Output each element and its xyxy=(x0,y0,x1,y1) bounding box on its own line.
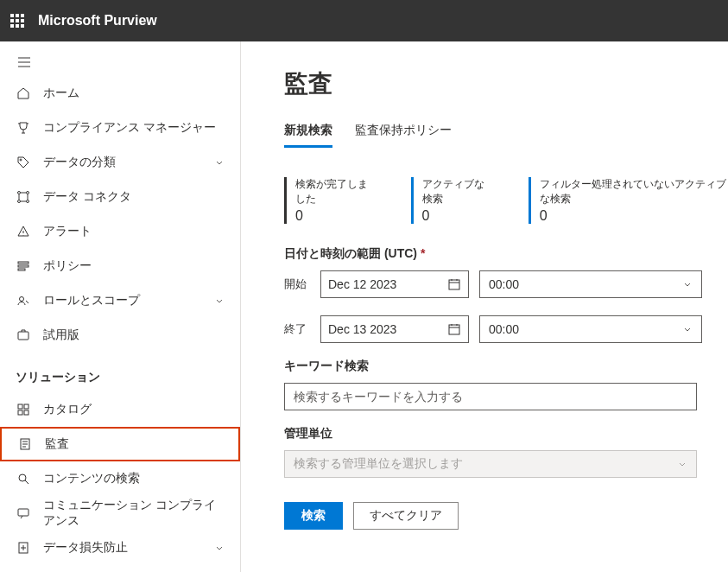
sidebar-item-label: 監査 xyxy=(45,436,223,452)
sidebar-item-data-connectors[interactable]: データ コネクタ xyxy=(0,180,240,214)
sidebar-item-label: コンテンツの検索 xyxy=(43,471,225,486)
home-icon xyxy=(16,86,31,101)
sidebar-item-label: アラート xyxy=(43,224,225,239)
tab-retention-policies[interactable]: 監査保持ポリシー xyxy=(355,123,452,148)
sidebar-item-compliance-manager[interactable]: コンプライアンス マネージャー xyxy=(0,111,240,145)
end-time-input[interactable]: 00:00 xyxy=(479,315,702,343)
chevron-down-icon xyxy=(214,543,225,553)
stat-label: 検索が完了しました xyxy=(295,177,377,207)
start-time-input[interactable]: 00:00 xyxy=(479,270,702,298)
chevron-down-icon xyxy=(682,324,693,334)
svg-point-2 xyxy=(27,192,29,194)
sidebar-item-label: コミュニケーション コンプライアンス xyxy=(43,498,225,529)
audit-icon xyxy=(17,436,33,452)
daterange-label: 日付と時刻の範囲 (UTC) * xyxy=(284,246,728,262)
svg-rect-19 xyxy=(449,325,459,334)
roles-icon xyxy=(16,293,31,308)
trophy-icon xyxy=(16,120,31,136)
svg-point-8 xyxy=(20,297,24,302)
tabs: 新規検索 監査保持ポリシー xyxy=(284,123,728,148)
start-label: 開始 xyxy=(284,276,310,292)
svg-point-15 xyxy=(19,474,26,481)
sidebar-item-label: ポリシー xyxy=(43,258,225,274)
sidebar-item-roles-scopes[interactable]: ロールとスコープ xyxy=(0,283,240,318)
sidebar-item-alerts[interactable]: アラート xyxy=(0,214,240,249)
svg-rect-7 xyxy=(18,269,25,270)
connector-icon xyxy=(16,189,31,205)
admin-unit-label: 管理単位 xyxy=(284,426,728,442)
end-date-value: Dec 13 2023 xyxy=(328,322,396,336)
clear-all-button[interactable]: すべてクリア xyxy=(353,502,459,530)
sidebar-item-label: データ損失防止 xyxy=(43,540,214,556)
chevron-down-icon xyxy=(682,279,693,289)
stat-value: 0 xyxy=(295,208,377,224)
start-date-input[interactable]: Dec 12 2023 xyxy=(320,270,469,298)
chevron-down-icon xyxy=(214,157,225,168)
end-time-value: 00:00 xyxy=(489,322,519,336)
stat-value: 0 xyxy=(540,208,728,224)
svg-point-0 xyxy=(20,159,22,161)
alert-icon xyxy=(16,224,31,239)
policy-icon xyxy=(16,258,31,274)
sidebar-item-label: ホーム xyxy=(43,86,225,101)
svg-rect-18 xyxy=(449,280,459,289)
stat-label: アクティブな検索 xyxy=(422,177,494,207)
stat-active: アクティブな検索 0 xyxy=(411,177,494,224)
sidebar: ホーム コンプライアンス マネージャー データの分類 データ コネクタ アラート xyxy=(0,41,241,572)
dlp-icon xyxy=(16,540,31,556)
end-label: 終了 xyxy=(284,321,310,337)
search-button[interactable]: 検索 xyxy=(284,502,343,530)
sidebar-section-title: ソリューション xyxy=(0,353,240,392)
svg-rect-9 xyxy=(18,332,28,340)
svg-rect-16 xyxy=(18,509,28,516)
svg-point-1 xyxy=(18,192,21,194)
sidebar-item-label: カタログ xyxy=(43,402,225,417)
admin-unit-placeholder: 検索する管理単位を選択します xyxy=(294,456,463,472)
keyword-label: キーワード検索 xyxy=(284,359,728,374)
trial-icon xyxy=(16,327,31,343)
brand-title: Microsoft Purview xyxy=(38,13,157,29)
svg-rect-13 xyxy=(24,410,28,415)
stat-value: 0 xyxy=(422,208,494,224)
sidebar-item-label: データの分類 xyxy=(43,155,214,170)
sidebar-item-policies[interactable]: ポリシー xyxy=(0,249,240,283)
admin-unit-select[interactable]: 検索する管理単位を選択します xyxy=(284,450,697,478)
sidebar-item-catalog[interactable]: カタログ xyxy=(0,392,240,427)
sidebar-item-home[interactable]: ホーム xyxy=(0,76,240,111)
svg-rect-5 xyxy=(18,262,28,264)
sidebar-item-communication-compliance[interactable]: コミュニケーション コンプライアンス xyxy=(0,496,240,531)
start-time-value: 00:00 xyxy=(489,277,519,291)
search-icon xyxy=(16,471,31,486)
svg-rect-11 xyxy=(24,404,28,409)
sidebar-item-trials[interactable]: 試用版 xyxy=(0,318,240,353)
svg-rect-6 xyxy=(18,265,28,267)
svg-rect-12 xyxy=(18,410,22,415)
stat-label: フィルター処理されていないアクティブな検索 xyxy=(540,177,728,207)
catalog-icon xyxy=(16,402,31,417)
sidebar-item-data-classification[interactable]: データの分類 xyxy=(0,145,240,180)
sidebar-item-dlp[interactable]: データ損失防止 xyxy=(0,531,240,565)
topbar: Microsoft Purview xyxy=(0,0,728,41)
page-title: 監査 xyxy=(284,67,728,100)
sidebar-item-content-search[interactable]: コンテンツの検索 xyxy=(0,461,240,496)
tab-new-search[interactable]: 新規検索 xyxy=(284,123,332,148)
sidebar-item-label: コンプライアンス マネージャー xyxy=(43,120,225,136)
chevron-down-icon xyxy=(677,459,687,469)
sidebar-item-label: データ コネクタ xyxy=(43,189,225,205)
tag-icon xyxy=(16,155,31,170)
stats-row: 検索が完了しました 0 アクティブな検索 0 フィルター処理されていないアクティ… xyxy=(284,177,728,224)
svg-point-4 xyxy=(27,200,29,203)
end-date-input[interactable]: Dec 13 2023 xyxy=(320,315,469,343)
svg-rect-10 xyxy=(18,404,22,409)
calendar-icon xyxy=(447,322,461,336)
start-date-value: Dec 12 2023 xyxy=(328,277,396,291)
sidebar-item-label: 試用版 xyxy=(43,327,225,343)
stat-completed: 検索が完了しました 0 xyxy=(284,177,377,224)
keyword-input[interactable] xyxy=(284,383,697,410)
app-launcher-icon[interactable] xyxy=(10,14,24,28)
sidebar-item-audit[interactable]: 監査 xyxy=(0,427,240,461)
calendar-icon xyxy=(447,277,461,291)
sidebar-toggle[interactable] xyxy=(0,48,240,76)
chevron-down-icon xyxy=(214,296,225,306)
sidebar-item-label: ロールとスコープ xyxy=(43,293,214,308)
